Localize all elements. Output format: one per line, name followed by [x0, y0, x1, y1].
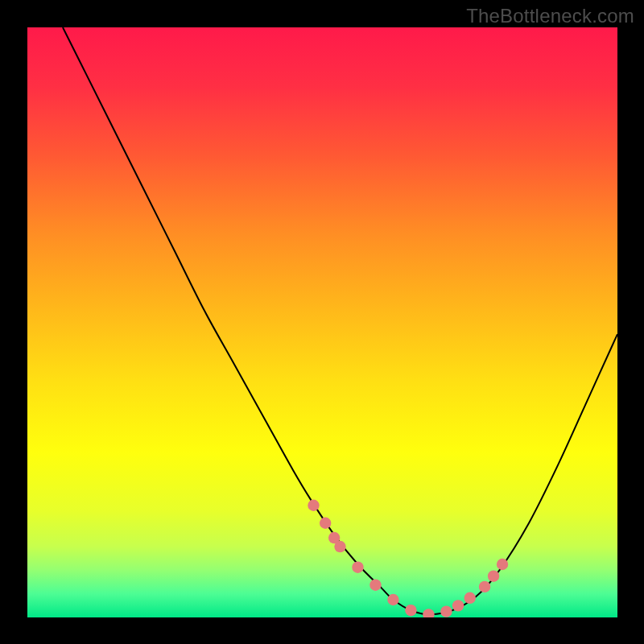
marker-dot: [452, 600, 464, 611]
marker-dot: [308, 500, 319, 511]
marker-dot: [464, 592, 476, 604]
marker-dot: [320, 518, 331, 529]
marker-dot: [488, 570, 499, 581]
watermark-text: TheBottleneck.com: [466, 5, 634, 27]
marker-dot: [387, 594, 398, 605]
marker-dot: [352, 561, 363, 572]
marker-dot: [369, 579, 381, 590]
gradient-background: [27, 27, 617, 617]
marker-dot: [479, 581, 490, 592]
marker-dot: [334, 541, 345, 552]
marker-dot: [440, 605, 452, 617]
chart-stage: TheBottleneck.com: [0, 0, 644, 644]
plot-area: [27, 27, 617, 617]
marker-dot: [497, 559, 508, 570]
bottleneck-curve-chart: [27, 27, 617, 617]
marker-dot: [405, 605, 416, 616]
